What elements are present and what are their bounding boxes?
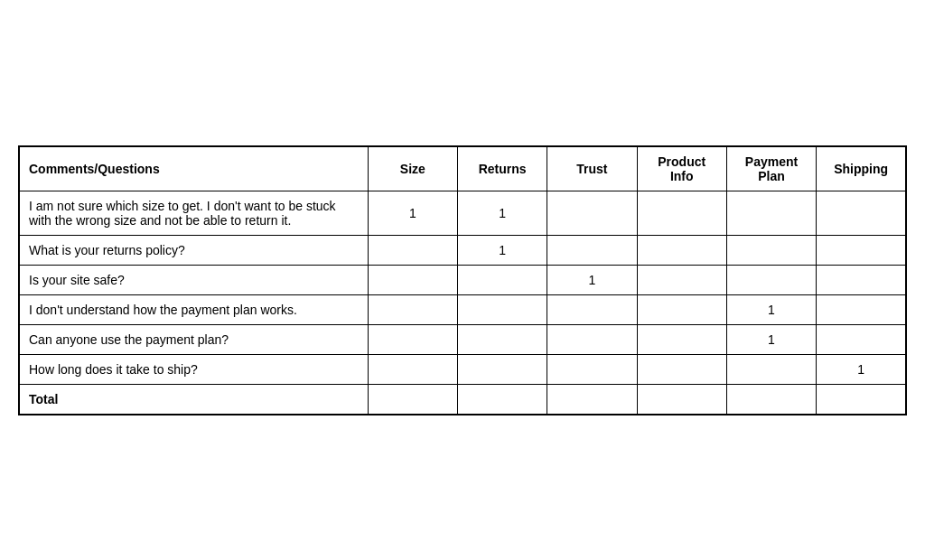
total-returns [457,384,547,415]
payment-plan-cell-1 [726,235,816,265]
total-size [368,384,457,415]
comment-cell-4: Can anyone use the payment plan? [19,324,368,354]
returns-cell-5 [457,354,547,384]
header-comments: Comments/Questions [19,146,368,191]
payment-plan-cell-4: 1 [726,324,816,354]
total-product-info [637,384,726,415]
size-cell-0: 1 [368,191,457,235]
table-row: I don't understand how the payment plan … [19,294,906,324]
product-info-cell-5 [637,354,726,384]
header-product-info: Product Info [637,146,726,191]
comment-cell-5: How long does it take to ship? [19,354,368,384]
main-table-container: Comments/Questions Size Returns Trust Pr… [18,145,907,415]
returns-cell-3 [457,294,547,324]
size-cell-3 [368,294,457,324]
product-info-cell-0 [637,191,726,235]
total-trust [547,384,637,415]
comment-cell-1: What is your returns policy? [19,235,368,265]
table-row: Is your site safe? 1 [19,265,906,294]
total-shipping [817,384,906,415]
shipping-cell-4 [817,324,906,354]
product-info-cell-4 [637,324,726,354]
table-row: How long does it take to ship? 1 [19,354,906,384]
shipping-cell-5: 1 [817,354,906,384]
total-payment-plan [726,384,816,415]
payment-plan-cell-5 [726,354,816,384]
returns-cell-4 [457,324,547,354]
shipping-cell-2 [817,265,906,294]
header-payment-plan: Payment Plan [726,146,816,191]
header-returns: Returns [457,146,547,191]
trust-cell-0 [547,191,637,235]
product-info-cell-3 [637,294,726,324]
data-table: Comments/Questions Size Returns Trust Pr… [18,145,907,415]
trust-cell-5 [547,354,637,384]
trust-cell-3 [547,294,637,324]
payment-plan-cell-0 [726,191,816,235]
size-cell-2 [368,265,457,294]
product-info-cell-2 [637,265,726,294]
header-trust: Trust [547,146,637,191]
total-row: Total [19,384,906,415]
returns-cell-2 [457,265,547,294]
comment-cell-3: I don't understand how the payment plan … [19,294,368,324]
shipping-cell-0 [817,191,906,235]
size-cell-4 [368,324,457,354]
returns-cell-1: 1 [457,235,547,265]
shipping-cell-1 [817,235,906,265]
total-label: Total [19,384,368,415]
trust-cell-2: 1 [547,265,637,294]
trust-cell-4 [547,324,637,354]
size-cell-1 [368,235,457,265]
payment-plan-cell-2 [726,265,816,294]
header-row: Comments/Questions Size Returns Trust Pr… [19,146,906,191]
payment-plan-cell-3: 1 [726,294,816,324]
shipping-cell-3 [817,294,906,324]
trust-cell-1 [547,235,637,265]
size-cell-5 [368,354,457,384]
header-shipping: Shipping [817,146,906,191]
table-row: What is your returns policy? 1 [19,235,906,265]
table-row: Can anyone use the payment plan? 1 [19,324,906,354]
product-info-cell-1 [637,235,726,265]
comment-cell-0: I am not sure which size to get. I don't… [19,191,368,235]
header-size: Size [368,146,457,191]
table-row: I am not sure which size to get. I don't… [19,191,906,235]
returns-cell-0: 1 [457,191,547,235]
comment-cell-2: Is your site safe? [19,265,368,294]
